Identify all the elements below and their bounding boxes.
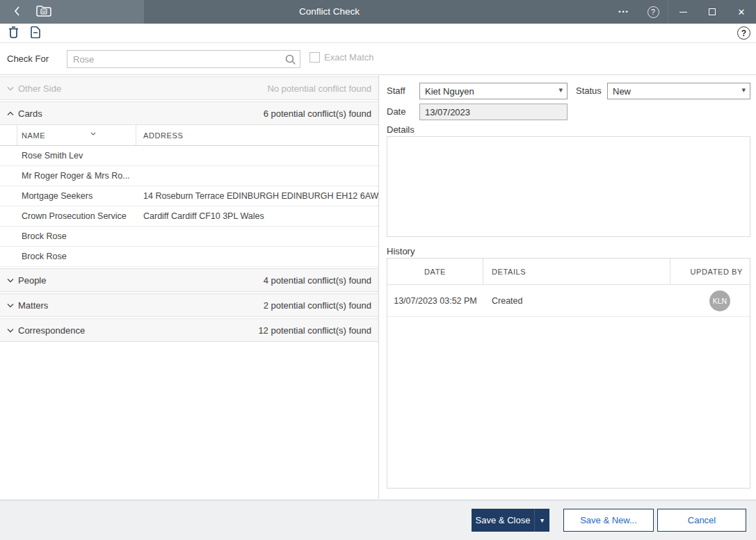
card-address: Cardiff Cardiff CF10 3PL Wales: [136, 211, 378, 221]
exact-match-checkbox[interactable]: [309, 52, 320, 63]
titlebar-help-button[interactable]: ?: [638, 0, 668, 24]
card-name: Crown Prosecution Service: [17, 211, 136, 221]
details-column-header[interactable]: DETAILS: [483, 259, 670, 284]
date-value: 13/07/2023: [425, 107, 470, 117]
status-value: New: [613, 86, 631, 97]
status-select[interactable]: New ▾: [607, 83, 750, 99]
exact-match-label: Exact Match: [324, 52, 374, 63]
svg-text:M: M: [42, 10, 46, 14]
delete-button[interactable]: [7, 27, 19, 40]
save-close-button[interactable]: Save & Close: [472, 509, 534, 532]
titlebar: M Conflict Check ••• ? ✕: [0, 0, 756, 24]
name-column-header[interactable]: NAME: [17, 125, 136, 145]
chevron-left-icon: [14, 6, 20, 18]
staff-select[interactable]: Kiet Nguyen ▾: [419, 83, 568, 99]
ellipsis-icon: •••: [618, 8, 629, 15]
card-name: Rose Smith Lev: [17, 151, 136, 161]
history-table: DATE DETAILS UPDATED BY 13/07/2023 03:52…: [387, 258, 750, 489]
document-icon: [31, 26, 40, 40]
close-button[interactable]: ✕: [727, 0, 756, 24]
address-header-label: ADDRESS: [143, 131, 183, 140]
cards-table: NAME ADDRESS Rose Smith Lev: [0, 125, 378, 267]
history-row[interactable]: 13/07/2023 03:52 PM Created KLN: [387, 285, 750, 317]
exact-match-wrap: Exact Match: [309, 52, 374, 63]
section-status: 4 potential conflict(s) found: [264, 275, 371, 286]
minimize-icon: [679, 12, 687, 13]
panel-help-button[interactable]: ?: [737, 26, 750, 40]
chevron-up-icon: [7, 111, 18, 116]
matter-folder-icon: M: [35, 5, 52, 19]
save-close-dropdown-button[interactable]: ▾: [534, 509, 549, 532]
matter-folder-button[interactable]: M: [35, 5, 53, 19]
staff-value: Kiet Nguyen: [425, 86, 474, 97]
address-column-header[interactable]: ADDRESS: [136, 125, 378, 145]
table-row[interactable]: Brock Rose: [0, 227, 378, 247]
section-other-side[interactable]: Other Side No potential conflict found: [0, 76, 378, 100]
date-column-header[interactable]: DATE: [387, 259, 483, 284]
section-label: People: [18, 275, 46, 286]
chevron-down-icon: ▾: [558, 85, 563, 95]
table-row[interactable]: Brock Rose: [0, 247, 378, 267]
card-address: 14 Roseburn Terrace EDINBURGH EDINBURGH …: [136, 191, 378, 201]
section-people[interactable]: People 4 potential conflict(s) found: [0, 268, 378, 292]
chevron-down-icon: [7, 86, 18, 91]
card-name: Brock Rose: [17, 231, 136, 241]
save-new-button[interactable]: Save & New...: [563, 509, 654, 532]
detail-panel: Staff Kiet Nguyen ▾ Status New ▾ Date 13…: [380, 75, 756, 499]
section-status: 6 potential conflict(s) found: [264, 108, 371, 119]
question-icon: ?: [741, 28, 746, 38]
table-row[interactable]: Mortgage Seekers 14 Roseburn Terrace EDI…: [0, 186, 378, 206]
history-label: History: [387, 246, 415, 256]
cancel-button[interactable]: Cancel: [657, 509, 746, 532]
section-status: No potential conflict found: [267, 83, 371, 94]
section-label: Other Side: [18, 83, 61, 94]
card-name: Mr Roger Roger & Mrs Ro...: [17, 171, 136, 181]
chevron-down-icon: [7, 278, 18, 283]
titlebar-controls: ••• ? ✕: [609, 0, 756, 24]
section-cards[interactable]: Cards 6 potential conflict(s) found: [0, 101, 378, 125]
minimize-button[interactable]: [668, 0, 698, 24]
trash-icon: [8, 26, 19, 40]
history-table-header: DATE DETAILS UPDATED BY: [387, 259, 750, 285]
titlebar-left-segment: M: [0, 0, 144, 24]
check-for-input[interactable]: [67, 51, 300, 67]
search-icon: [284, 54, 296, 65]
details-textarea[interactable]: [387, 136, 750, 237]
history-details: Created: [483, 296, 670, 306]
conflict-check-window: M Conflict Check ••• ? ✕: [0, 0, 756, 540]
cards-table-header: NAME ADDRESS: [0, 125, 378, 146]
table-row[interactable]: Mr Roger Roger & Mrs Ro...: [0, 166, 378, 186]
more-options-button[interactable]: •••: [609, 0, 638, 24]
card-name: Mortgage Seekers: [17, 191, 136, 201]
search-box: [67, 50, 300, 68]
check-for-row: Check For Exact Match: [0, 43, 756, 75]
section-label: Cards: [18, 108, 42, 119]
updated-by-column-header[interactable]: UPDATED BY: [670, 259, 750, 284]
toolbar: ?: [0, 24, 756, 43]
new-document-button[interactable]: [29, 27, 42, 40]
table-row[interactable]: Rose Smith Lev: [0, 146, 378, 166]
close-icon: ✕: [738, 7, 746, 17]
status-label: Status: [576, 85, 602, 96]
section-matters[interactable]: Matters 2 potential conflict(s) found: [0, 293, 378, 317]
maximize-icon: [709, 8, 716, 15]
staff-label: Staff: [387, 85, 405, 96]
gutter-column-header: [0, 125, 17, 145]
table-row[interactable]: Crown Prosecution Service Cardiff Cardif…: [0, 206, 378, 227]
back-button[interactable]: [10, 5, 24, 19]
chevron-down-icon: [7, 328, 18, 333]
section-status: 12 potential conflict(s) found: [258, 325, 371, 336]
results-panel: Other Side No potential conflict found C…: [0, 75, 379, 499]
card-name: Brock Rose: [17, 252, 136, 261]
section-label: Matters: [18, 300, 48, 311]
date-label: Date: [387, 106, 405, 117]
section-correspondence[interactable]: Correspondence 12 potential conflict(s) …: [0, 318, 378, 342]
window-title: Conflict Check: [299, 0, 360, 24]
maximize-button[interactable]: [698, 0, 727, 24]
chevron-down-icon: ▾: [540, 516, 544, 524]
section-status: 2 potential conflict(s) found: [264, 300, 371, 311]
check-for-label: Check For: [7, 43, 49, 75]
footer: Save & Close ▾ Save & New... Cancel: [0, 500, 756, 540]
sort-chevron-icon: [90, 127, 96, 138]
chevron-down-icon: ▾: [741, 85, 746, 95]
